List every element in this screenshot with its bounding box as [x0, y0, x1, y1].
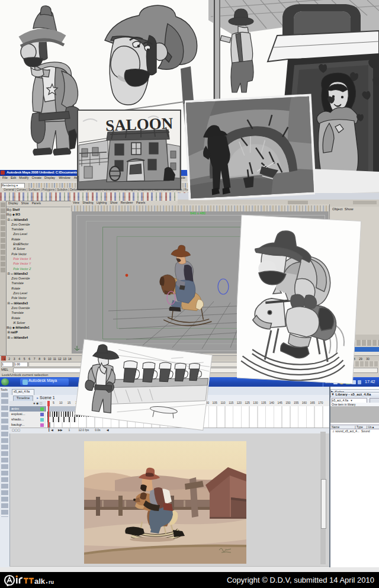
svg-text:alk: alk: [34, 577, 46, 586]
svg-text:ru: ru: [49, 579, 54, 585]
svg-text:SALOON: SALOON: [105, 114, 174, 134]
